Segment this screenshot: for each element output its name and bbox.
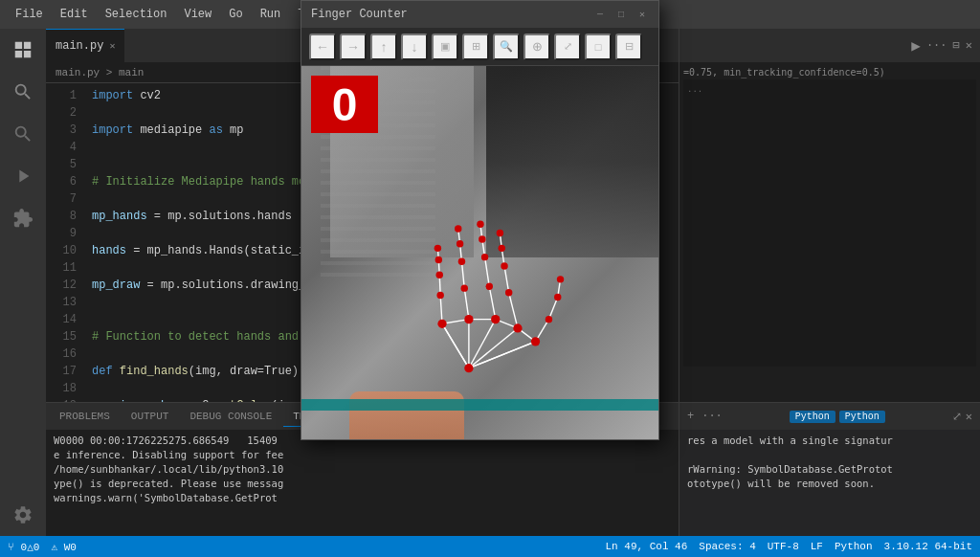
split-terminal-icon[interactable]: ··· <box>702 410 723 423</box>
svg-line-16 <box>464 288 469 320</box>
panel-tab-debug[interactable]: DEBUG CONSOLE <box>180 407 281 426</box>
vscode-app: File Edit Selection View Go Run Terminal… <box>0 0 980 557</box>
svg-point-35 <box>501 262 507 269</box>
settings-icon[interactable] <box>10 501 36 528</box>
svg-point-45 <box>455 225 461 232</box>
right-code-content: ... <box>683 79 976 100</box>
tab-main-py[interactable]: main.py ✕ <box>46 29 124 62</box>
svg-line-2 <box>469 320 496 368</box>
menu-selection[interactable]: Selection <box>98 6 175 23</box>
view-btn-1[interactable]: ▣ <box>432 33 458 60</box>
finger-counter-window[interactable]: Finger Counter ─ □ ✕ ← → ↑ ↓ ▣ ⊞ 🔍 ⊕ ⤢ □… <box>301 0 659 440</box>
svg-point-36 <box>499 245 505 252</box>
nav-left-button[interactable]: ← <box>309 33 336 60</box>
svg-point-33 <box>557 276 564 282</box>
nav-up-button[interactable]: ↑ <box>370 33 397 60</box>
maximize-icon[interactable]: ⤢ <box>952 410 962 424</box>
svg-point-49 <box>434 245 441 252</box>
svg-line-6 <box>548 297 557 319</box>
menu-view[interactable]: View <box>176 6 219 23</box>
warnings[interactable]: ⚠ W0 <box>51 541 76 553</box>
menu-run[interactable]: Run <box>253 6 289 23</box>
svg-point-42 <box>461 284 468 291</box>
camera-view: 0 <box>301 66 658 439</box>
right-code-area: ... <box>683 79 976 367</box>
right-panel-bottom-content: res a model with a single signatur rWarn… <box>679 430 980 536</box>
svg-point-41 <box>477 221 483 228</box>
menu-go[interactable]: Go <box>221 6 250 23</box>
right-terminal-text: res a model with a single signatur rWarn… <box>687 434 972 491</box>
more-options-icon[interactable]: ··· <box>926 39 947 53</box>
extensions-icon[interactable] <box>10 205 36 232</box>
svg-point-37 <box>497 230 503 236</box>
window-toolbar: ← → ↑ ↓ ▣ ⊞ 🔍 ⊕ ⤢ □ ⊟ <box>301 28 658 66</box>
source-control-icon[interactable] <box>10 121 36 147</box>
breadcrumb-path: main.py > main <box>56 67 144 78</box>
python-badge-label-2: Python <box>845 412 880 422</box>
minimize-button[interactable]: ─ <box>593 8 607 21</box>
split-icon[interactable]: ⊟ <box>953 38 960 53</box>
svg-point-34 <box>505 289 512 296</box>
status-right: Ln 49, Col 46 Spaces: 4 UTF-8 LF Python … <box>606 541 973 552</box>
line-ending: LF <box>811 541 823 552</box>
view-btn-3[interactable]: □ <box>585 33 612 60</box>
svg-point-28 <box>491 315 500 323</box>
right-panel: ▶ ··· ⊟ ✕ =0.75, min_tracking_confidence… <box>679 29 980 536</box>
menu-file[interactable]: File <box>8 6 51 23</box>
panel-tab-problems[interactable]: PROBLEMS <box>50 407 120 426</box>
menu-edit[interactable]: Edit <box>53 6 96 23</box>
panel-tab-output[interactable]: OUTPUT <box>122 407 179 426</box>
tab-label: main.py <box>56 39 103 53</box>
right-panel-bottom-tabs: + ··· Python Python ⤢ ✕ <box>679 403 980 430</box>
svg-point-30 <box>531 337 540 345</box>
svg-line-13 <box>485 257 490 287</box>
python-badge-label-1: Python <box>795 412 830 422</box>
close-right-panel-icon[interactable]: ✕ <box>966 410 972 424</box>
window-titlebar: Finger Counter ─ □ ✕ <box>301 1 658 28</box>
maximize-button[interactable]: □ <box>614 8 628 21</box>
svg-point-26 <box>437 320 446 328</box>
window-controls: ─ □ ✕ <box>593 8 649 21</box>
right-code-text: =0.75, min_tracking_confidence=0.5) <box>683 66 976 79</box>
terminal-text: W0000 00:00:1726225275.686549 15409 e in… <box>54 434 671 505</box>
save-btn[interactable]: ⊟ <box>615 33 642 60</box>
zoom-in-button[interactable]: ⊕ <box>523 33 550 60</box>
svg-point-31 <box>546 316 552 323</box>
cursor-position: Ln 49, Col 46 <box>606 541 688 552</box>
zoom-out-button[interactable]: 🔍 <box>493 33 520 60</box>
svg-line-12 <box>489 286 496 319</box>
language[interactable]: Python <box>835 541 873 552</box>
close-panel-icon[interactable]: ✕ <box>966 38 972 53</box>
view-btn-2[interactable]: ⊞ <box>462 33 489 60</box>
activity-bar <box>0 29 46 536</box>
add-terminal-icon[interactable]: + <box>687 410 694 423</box>
svg-line-8 <box>509 293 518 328</box>
status-left: ⑂ 0△0 ⚠ W0 <box>8 541 77 553</box>
right-panel-bottom: + ··· Python Python ⤢ ✕ <box>679 402 980 536</box>
git-branch[interactable]: ⑂ 0△0 <box>8 541 39 553</box>
tab-close-button[interactable]: ✕ <box>109 40 115 52</box>
close-button[interactable]: ✕ <box>635 8 649 21</box>
python-version[interactable]: 3.10.12 64-bit <box>884 541 972 552</box>
svg-line-9 <box>504 266 509 293</box>
svg-point-29 <box>513 323 522 332</box>
status-bar: ⑂ 0△0 ⚠ W0 Ln 49, Col 46 Spaces: 4 UTF-8… <box>0 536 980 557</box>
svg-point-46 <box>436 292 443 299</box>
python-badges: Python Python <box>790 411 885 423</box>
right-bottom-tab-icons: + ··· <box>687 410 723 423</box>
python-badge-2[interactable]: Python <box>839 411 885 423</box>
fit-btn[interactable]: ⤢ <box>554 33 581 60</box>
svg-point-47 <box>436 272 443 278</box>
encoding: UTF-8 <box>768 541 799 552</box>
terminal-content[interactable]: W0000 00:00:1726225275.686549 15409 e in… <box>46 430 679 536</box>
run-icon[interactable] <box>10 163 36 189</box>
svg-point-44 <box>457 240 463 247</box>
nav-down-button[interactable]: ↓ <box>401 33 428 60</box>
search-icon[interactable] <box>10 78 36 105</box>
svg-point-32 <box>554 294 561 301</box>
run-icon-right[interactable]: ▶ <box>911 36 921 56</box>
python-badge-1[interactable]: Python <box>790 411 835 423</box>
nav-right-button[interactable]: → <box>340 33 367 60</box>
right-panel-top: ▶ ··· ⊟ ✕ <box>679 29 980 62</box>
explorer-icon[interactable] <box>10 36 36 63</box>
